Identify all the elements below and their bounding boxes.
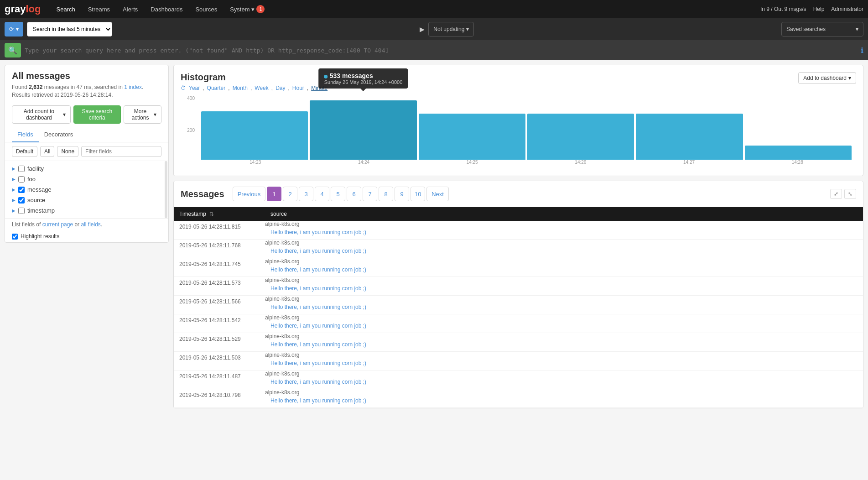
msg-timestamp: 2019-05-26 14:28:11.566 bbox=[174, 296, 265, 314]
scroll-track[interactable] bbox=[165, 161, 167, 218]
field-expand-icon: ▶ bbox=[12, 208, 16, 213]
field-expand-icon: ▶ bbox=[12, 187, 16, 192]
msg-text[interactable]: Hello there, i am you running corn job ;… bbox=[270, 248, 366, 254]
search-input[interactable] bbox=[25, 47, 857, 54]
field-timestamp[interactable]: ▶ timestamp bbox=[5, 205, 168, 216]
msg-text[interactable]: Hello there, i am you running corn job ;… bbox=[270, 266, 366, 273]
play-button[interactable]: ▶ bbox=[420, 26, 425, 33]
highlight-results-checkbox[interactable] bbox=[12, 234, 18, 240]
search-config-button[interactable]: ⟳ ▾ bbox=[5, 22, 23, 37]
time-month[interactable]: Month bbox=[233, 85, 248, 91]
pagination-page-10[interactable]: 10 bbox=[411, 187, 425, 201]
time-hour[interactable]: Hour bbox=[292, 85, 304, 91]
histogram-bar-1428[interactable] bbox=[745, 146, 852, 160]
col-timestamp[interactable]: Timestamp ⇅ bbox=[174, 207, 265, 221]
pagination-page-6[interactable]: 6 bbox=[347, 187, 361, 201]
msg-source: alpine-k8s.org bbox=[265, 314, 299, 321]
all-fields-link[interactable]: all fields bbox=[81, 221, 100, 228]
left-panel: All messages Found 2,632 messages in 47 … bbox=[5, 65, 169, 243]
help-menu[interactable]: Help bbox=[813, 6, 825, 12]
nav-alerts[interactable]: Alerts bbox=[116, 0, 144, 18]
more-actions-button[interactable]: More actions ▾ bbox=[124, 105, 161, 124]
tab-fields[interactable]: Fields bbox=[12, 127, 39, 142]
field-facility-checkbox[interactable] bbox=[18, 166, 25, 172]
time-quarter[interactable]: Quarter bbox=[207, 85, 226, 91]
time-year[interactable]: Year bbox=[189, 85, 200, 91]
msg-body: Hello there, i am you running corn job ;… bbox=[265, 265, 863, 277]
pagination-prev[interactable]: Previous bbox=[233, 187, 266, 201]
field-source[interactable]: ▶ source bbox=[5, 195, 168, 205]
time-range-select[interactable]: Search in the last 5 minutes bbox=[27, 22, 112, 37]
not-updating-button[interactable]: Not updating ▾ bbox=[428, 22, 473, 37]
nav-dashboards[interactable]: Dashboards bbox=[144, 0, 189, 18]
msg-text[interactable]: Hello there, i am you running corn job ;… bbox=[270, 397, 366, 404]
histogram-header: Histogram ⏱ Year, Quarter, Month, Week, … bbox=[181, 72, 856, 91]
chart-content: 533 messages Sunday 26 May 2019, 14:24 +… bbox=[197, 96, 856, 160]
pagination-page-9[interactable]: 9 bbox=[395, 187, 409, 201]
add-count-dashboard-button[interactable]: Add count to dashboard ▾ bbox=[12, 105, 71, 124]
time-week[interactable]: Week bbox=[255, 85, 268, 91]
nav-sources[interactable]: Sources bbox=[189, 0, 223, 18]
msg-content: alpine-k8s.org Hello there, i am you run… bbox=[265, 333, 863, 352]
histogram-bar-1424[interactable]: 533 messages Sunday 26 May 2019, 14:24 +… bbox=[310, 100, 416, 160]
msg-source: alpine-k8s.org bbox=[265, 370, 299, 377]
nav-system[interactable]: System ▾ 1 bbox=[223, 0, 271, 18]
table-header: Timestamp ⇅ source bbox=[174, 207, 863, 221]
add-to-dashboard-button[interactable]: Add to dashboard ▾ bbox=[798, 72, 856, 84]
msg-content: alpine-k8s.org Hello there, i am you run… bbox=[265, 389, 863, 408]
time-day[interactable]: Day bbox=[275, 85, 285, 91]
logo[interactable]: graylog bbox=[5, 3, 41, 15]
field-timestamp-checkbox[interactable] bbox=[18, 208, 25, 214]
filter-none-btn[interactable]: None bbox=[57, 146, 78, 157]
left-panel-actions: Add count to dashboard ▾ Save search cri… bbox=[5, 102, 168, 127]
time-minute[interactable]: Minute bbox=[311, 85, 327, 91]
messages-title: Messages bbox=[181, 189, 224, 199]
msg-text[interactable]: Hello there, i am you running corn job ;… bbox=[270, 341, 366, 348]
histogram-bar-1423[interactable] bbox=[201, 111, 308, 160]
histogram-bar-1425[interactable] bbox=[419, 114, 525, 160]
msg-text[interactable]: Hello there, i am you running corn job ;… bbox=[270, 229, 366, 235]
field-source-checkbox[interactable] bbox=[18, 197, 25, 203]
msg-source: alpine-k8s.org bbox=[265, 277, 299, 283]
histogram-bar-1427[interactable] bbox=[636, 114, 743, 160]
filter-default-btn[interactable]: Default bbox=[12, 146, 37, 157]
saved-searches-button[interactable]: Saved searches ▾ bbox=[781, 22, 863, 37]
pagination-page-3[interactable]: 3 bbox=[299, 187, 313, 201]
filter-fields-input[interactable] bbox=[81, 146, 161, 157]
msg-timestamp: 2019-05-26 14:28:11.573 bbox=[174, 277, 265, 296]
field-message[interactable]: ▶ message bbox=[5, 184, 168, 195]
current-page-link[interactable]: current page bbox=[42, 221, 73, 228]
msg-text[interactable]: Hello there, i am you running corn job ;… bbox=[270, 360, 366, 366]
pagination-page-4[interactable]: 4 bbox=[315, 187, 329, 201]
msg-text[interactable]: Hello there, i am you running corn job ;… bbox=[270, 379, 366, 385]
field-foo-checkbox[interactable] bbox=[18, 176, 25, 183]
messages-header: Messages Previous 1 2 3 4 5 6 7 8 9 10 N… bbox=[174, 181, 863, 207]
pagination-page-5[interactable]: 5 bbox=[331, 187, 345, 201]
highlight-results: Highlight results bbox=[5, 230, 168, 242]
pagination-next[interactable]: Next bbox=[426, 187, 449, 201]
nav-search[interactable]: Search bbox=[50, 0, 81, 18]
msg-text[interactable]: Hello there, i am you running corn job ;… bbox=[270, 323, 366, 329]
tab-decorators[interactable]: Decorators bbox=[39, 127, 79, 142]
nav-streams[interactable]: Streams bbox=[82, 0, 116, 18]
filter-all-btn[interactable]: All bbox=[40, 146, 54, 157]
pagination-page-2[interactable]: 2 bbox=[283, 187, 297, 201]
save-search-criteria-button[interactable]: Save search criteria bbox=[73, 105, 121, 124]
msg-text[interactable]: Hello there, i am you running corn job ;… bbox=[270, 285, 366, 292]
field-message-checkbox[interactable] bbox=[18, 187, 25, 193]
pagination-page-1[interactable]: 1 bbox=[267, 187, 281, 201]
msg-text[interactable]: Hello there, i am you running corn job ;… bbox=[270, 304, 366, 310]
execute-search-button[interactable]: 🔍 bbox=[5, 43, 21, 57]
index-link[interactable]: 1 index bbox=[124, 84, 142, 90]
histogram-bar-1426[interactable] bbox=[527, 114, 634, 160]
fields-list-area: ▶ facility ▶ foo ▶ message ▶ sou bbox=[5, 161, 168, 218]
expand-all-button[interactable]: ⤢ bbox=[830, 189, 842, 199]
pagination-page-7[interactable]: 7 bbox=[363, 187, 377, 201]
admin-menu[interactable]: Administrator bbox=[831, 6, 863, 12]
right-panel: Histogram ⏱ Year, Quarter, Month, Week, … bbox=[173, 65, 863, 408]
field-facility[interactable]: ▶ facility bbox=[5, 163, 168, 174]
chart-area: 400 200 533 messages Sunday 26 May 2019,… bbox=[181, 96, 856, 169]
pagination-page-8[interactable]: 8 bbox=[379, 187, 393, 201]
field-foo[interactable]: ▶ foo bbox=[5, 174, 168, 184]
collapse-all-button[interactable]: ⤡ bbox=[844, 189, 856, 199]
